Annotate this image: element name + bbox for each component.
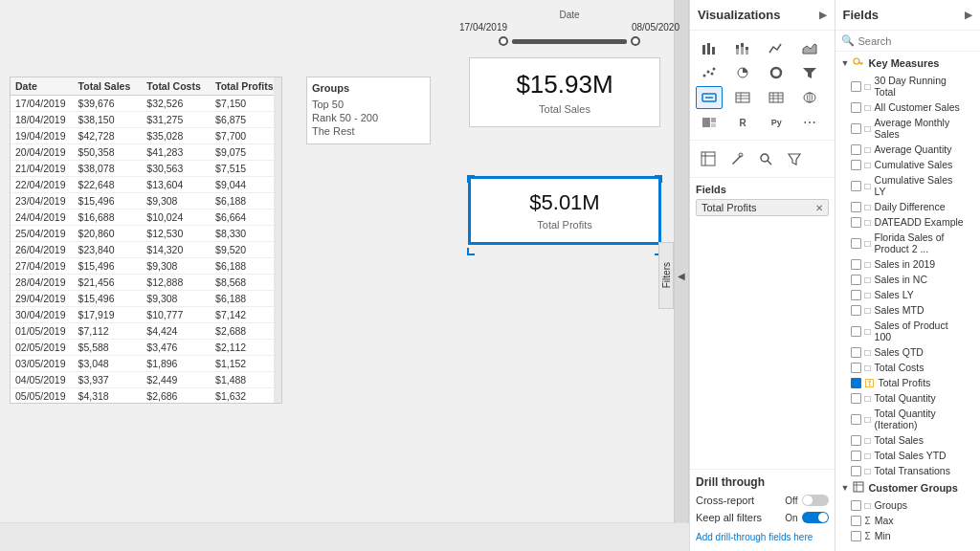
chip-remove-icon[interactable]: ✕ (815, 203, 823, 213)
field-checkbox[interactable] (851, 393, 861, 404)
scatter-button[interactable] (696, 61, 723, 84)
field-checkbox[interactable] (851, 160, 861, 170)
fields-search-bar[interactable]: 🔍 (835, 31, 981, 52)
field-checkbox[interactable] (851, 466, 861, 476)
field-checkbox[interactable] (851, 238, 861, 249)
format-tab[interactable] (724, 146, 749, 171)
field-checkbox[interactable] (851, 102, 861, 113)
fields-tab[interactable] (696, 146, 721, 171)
field-item[interactable]: □Total Quantity (Iteration) (835, 406, 981, 432)
analytics-tab[interactable] (753, 146, 778, 171)
fields-group-header[interactable]: ▼Customer Groups (835, 478, 981, 497)
field-checkbox[interactable] (851, 326, 861, 337)
field-item[interactable]: □Total Quantity (835, 390, 981, 406)
table-button[interactable] (729, 86, 756, 109)
total-profits-chip[interactable]: Total Profits ✕ (696, 199, 829, 216)
field-checkbox[interactable] (851, 516, 861, 526)
field-checkbox[interactable] (851, 414, 861, 425)
field-item[interactable]: □Groups (835, 497, 981, 513)
field-item[interactable]: □Cumulative Sales LY (835, 172, 981, 199)
bar-chart-button[interactable] (696, 36, 723, 59)
field-item[interactable]: □Total Transations (835, 463, 981, 478)
field-checkbox[interactable] (851, 217, 861, 228)
treemap-button[interactable] (696, 111, 723, 134)
field-item[interactable]: □Sales of Product 100 (835, 318, 981, 344)
field-checkbox[interactable] (851, 500, 861, 511)
table-scrollbar[interactable] (274, 77, 281, 403)
field-checkbox[interactable] (851, 144, 861, 155)
field-checkbox[interactable] (851, 259, 861, 270)
field-checkbox[interactable] (851, 275, 861, 285)
field-item[interactable]: □Total Sales YTD (835, 448, 981, 463)
field-checkbox[interactable] (851, 305, 861, 316)
r-script-button[interactable]: R (729, 111, 756, 134)
field-item[interactable]: □Average Monthly Sales (835, 115, 981, 142)
field-item[interactable]: ⚿Total Profits (835, 375, 981, 390)
slider-track[interactable] (512, 40, 627, 43)
date-range-slider[interactable] (459, 36, 679, 46)
field-item[interactable]: □Sales QTD (835, 344, 981, 360)
field-type-icon: □ (865, 305, 871, 316)
pie-button[interactable] (729, 61, 756, 84)
field-item[interactable]: ΣMax (835, 513, 981, 528)
group-expand-icon: ▼ (841, 483, 850, 493)
field-item[interactable]: □Sales in 2019 (835, 256, 981, 272)
cross-report-track[interactable] (802, 495, 829, 506)
slider-left-handle[interactable] (499, 36, 508, 46)
field-checkbox[interactable] (851, 202, 861, 212)
field-item[interactable]: □Cumulative Sales (835, 157, 981, 172)
table-cell: $1,152 (211, 356, 281, 372)
card-button[interactable] (696, 86, 723, 109)
line-chart-button[interactable] (763, 36, 790, 59)
field-checkbox[interactable] (851, 378, 861, 388)
field-item[interactable]: □DATEADD Example (835, 214, 981, 230)
kpi-total-profits-card[interactable]: $5.01M Total Profits (469, 177, 660, 253)
field-checkbox[interactable] (851, 363, 861, 373)
field-type-icon: □ (865, 326, 871, 337)
field-checkbox[interactable] (851, 435, 861, 446)
field-item[interactable]: □Sales LY (835, 287, 981, 302)
custom-visual-button[interactable]: ⋯ (796, 111, 823, 134)
field-item[interactable]: □Total Sales (835, 432, 981, 448)
map-button[interactable] (796, 86, 823, 109)
kpi-total-profits-selected[interactable]: $5.01M Total Profits (469, 177, 660, 244)
filters-tab[interactable]: Filters (658, 242, 674, 309)
funnel-button[interactable] (796, 61, 823, 84)
stacked-bar-button[interactable] (729, 36, 756, 59)
matrix-button[interactable] (763, 86, 790, 109)
filter-tab[interactable] (782, 146, 807, 171)
field-item[interactable]: □Sales in NC (835, 272, 981, 287)
search-input[interactable] (858, 35, 975, 47)
python-button[interactable]: Py (763, 111, 790, 134)
keep-filters-toggle[interactable]: On (785, 512, 828, 523)
donut-button[interactable] (763, 61, 790, 84)
fields-group-header[interactable]: ▼Key Measures (835, 54, 981, 73)
field-item[interactable]: ΣMin (835, 528, 981, 543)
field-checkbox[interactable] (851, 347, 861, 358)
keep-filters-track[interactable] (802, 512, 829, 523)
cross-report-toggle[interactable]: Off (785, 495, 828, 506)
field-item[interactable]: □All Customer Sales (835, 99, 981, 115)
field-checkbox[interactable] (851, 290, 861, 300)
panel-collapse-button[interactable]: ◀ (674, 0, 689, 551)
field-type-icon: □ (865, 451, 871, 461)
field-item[interactable]: □Sales MTD (835, 302, 981, 318)
field-item[interactable]: □Average Quantity (835, 142, 981, 157)
viz-panel-collapse-icon[interactable]: ▶ (819, 10, 827, 20)
slider-right-handle[interactable] (631, 36, 640, 46)
field-checkbox[interactable] (851, 181, 861, 191)
field-checkbox[interactable] (851, 123, 861, 134)
area-chart-button[interactable] (796, 36, 823, 59)
field-type-icon: □ (865, 259, 871, 270)
field-item[interactable]: □Florida Sales of Product 2 ... (835, 230, 981, 256)
field-type-icon: □ (865, 347, 871, 358)
field-checkbox[interactable] (851, 451, 861, 461)
field-item[interactable]: □Total Costs (835, 360, 981, 375)
field-item[interactable]: □Daily Difference (835, 199, 981, 214)
table-scroll[interactable]: Date Total Sales Total Costs Total Profi… (11, 77, 281, 403)
add-drill-through-button[interactable]: Add drill-through fields here (696, 529, 829, 545)
field-item[interactable]: □30 Day Running Total (835, 73, 981, 99)
field-checkbox[interactable] (851, 531, 861, 541)
fields-panel-collapse-icon[interactable]: ▶ (965, 10, 972, 20)
field-checkbox[interactable] (851, 81, 861, 92)
